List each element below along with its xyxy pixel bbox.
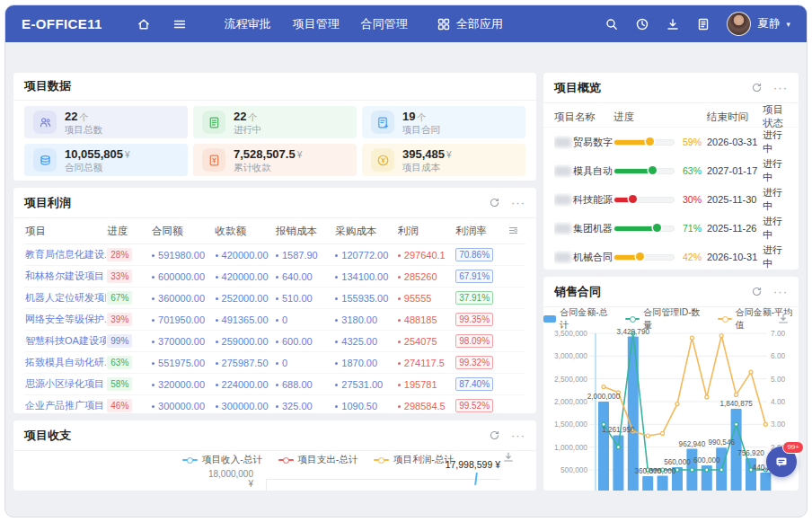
progress-percent: 71% [680, 223, 702, 234]
project-link[interactable]: 智慧科技OA建设项目 [25, 335, 106, 346]
sales-chart[interactable]: 3,500,0007.003,000,0006.002,500,0005.002… [543, 327, 799, 491]
progress-knob [653, 224, 661, 232]
nav-item-contracts[interactable]: 合同管理 [361, 16, 408, 32]
more-icon[interactable]: ··· [773, 288, 788, 296]
project-link[interactable]: 拓致模具自动化研... [25, 357, 106, 367]
cell-progress: 58% [106, 374, 151, 395]
clock-icon[interactable] [635, 17, 649, 31]
value: 298584.5 [398, 401, 446, 411]
project-link[interactable]: 企业产品推广项目 [25, 400, 104, 411]
progress-badge: 33% [107, 270, 132, 283]
chat-fab-button[interactable]: 99+ [766, 447, 797, 477]
right-column: 项目概览 ··· 项目名称 进度 结束时间 项目状态 贸易数字...59%202… [543, 73, 799, 491]
refresh-icon[interactable] [489, 197, 500, 208]
stat-card[interactable]: 10,055,805¥合同总额 [24, 144, 188, 176]
search-icon[interactable] [605, 17, 619, 31]
cell-empty [507, 395, 525, 414]
cell-reimburse: 0 [275, 352, 334, 374]
stat-value: 10,055,805¥ [65, 147, 130, 162]
cell-progress: 28% [106, 244, 151, 266]
svg-text:3,000,000: 3,000,000 [554, 351, 587, 360]
svg-text:1,261,950: 1,261,950 [602, 426, 635, 434]
col-received: 收款额 [215, 218, 275, 244]
document-yen-icon [202, 148, 225, 172]
panel-header-actions: ··· [751, 286, 788, 297]
rate-badge: 37.91% [455, 291, 493, 305]
svg-text:4.00: 4.00 [771, 397, 786, 406]
value: 285260 [398, 271, 437, 282]
legend-income[interactable]: 项目收入-总计 [182, 454, 262, 466]
value: 600.00 [276, 336, 313, 347]
project-name[interactable]: 科技能源... [554, 193, 613, 207]
value: 591980.00 [152, 250, 205, 261]
chevron-down-icon: ▾ [786, 20, 790, 29]
legend-marker [278, 459, 294, 461]
col-reimburse: 报销成本 [275, 218, 334, 244]
project-name[interactable]: 贸易数字... [554, 136, 613, 149]
project-name[interactable]: 模具自动... [554, 164, 613, 178]
refresh-icon[interactable] [751, 82, 763, 93]
balance-chart[interactable]: 项目收入-总计 项目支出-总计 项目利润-总计 [13, 451, 536, 491]
col-progress: 进度 [106, 218, 151, 244]
value: 300000.00 [216, 401, 269, 411]
legend-marker [182, 459, 198, 461]
project-link[interactable]: 和林格尔建设项目 [25, 270, 104, 281]
project-link[interactable]: 教育局信息化建设... [25, 249, 106, 260]
chart-download-icon[interactable] [502, 451, 515, 467]
home-icon[interactable] [137, 17, 151, 31]
cell-received: 491365.00 [215, 309, 275, 331]
table-row: 教育局信息化建设...28%591980.00420000.001587.901… [24, 244, 525, 266]
unread-badge: 99+ [782, 441, 804, 454]
rate-badge: 87.40% [455, 377, 493, 391]
more-icon[interactable]: ··· [511, 431, 525, 440]
user-menu[interactable]: 夏静 ▾ [727, 12, 790, 36]
refresh-icon[interactable] [489, 429, 500, 441]
sales-legend: 合同金额-总计 合同管理ID-数量 合同金额-平均值 [543, 311, 799, 327]
progress-cell: 59% [613, 137, 707, 147]
value: 95555 [398, 293, 432, 304]
cell-received: 420000.00 [215, 244, 275, 266]
value: 300000.00 [152, 401, 205, 411]
redacted-text [554, 195, 571, 205]
top-navbar: E-OFFICE11 流程审批 项目管理 合同管理 全部应用 [5, 5, 807, 42]
stat-card[interactable]: 395,485¥项目成本 [362, 144, 525, 176]
progress-knob [649, 166, 657, 174]
project-name[interactable]: 集团机器... [554, 222, 613, 235]
legend-marker [718, 318, 732, 320]
refresh-icon[interactable] [751, 286, 763, 297]
progress-percent: 59% [680, 137, 702, 147]
nav-item-workflow[interactable]: 流程审批 [225, 16, 271, 32]
progress-percent: 42% [680, 252, 702, 262]
download-icon[interactable] [666, 17, 680, 31]
more-icon[interactable]: ··· [773, 84, 788, 93]
legend-expense[interactable]: 项目支出-总计 [278, 454, 358, 466]
project-name[interactable]: 机械合同... [554, 251, 613, 264]
all-apps-button[interactable]: 全部应用 [437, 16, 503, 32]
cell-rate: 98.09% [455, 331, 507, 352]
project-link[interactable]: 思源小区绿化项目 [25, 378, 104, 389]
legend-profit[interactable]: 项目利润-总计 [374, 454, 454, 466]
column-settings-icon[interactable] [507, 218, 525, 244]
value: 1090.50 [335, 401, 377, 411]
cell-rate: 99.32% [455, 352, 507, 374]
notes-icon[interactable] [696, 17, 710, 31]
more-icon[interactable]: ··· [511, 199, 525, 208]
stat-label: 合同总额 [65, 162, 130, 173]
table-row: 模具自动...63%2027-01-17进行中 [543, 156, 799, 185]
stat-label: 项目合同 [402, 124, 440, 136]
stat-card[interactable]: 7,528,507.5¥累计收款 [193, 144, 357, 176]
cell-contract: 360000.00 [151, 288, 215, 309]
panel-title: 项目收支 [24, 428, 71, 444]
stat-card[interactable]: 22个项目总数 [24, 106, 188, 138]
menu-icon[interactable] [172, 17, 187, 31]
app-logo[interactable]: E-OFFICE11 [22, 16, 102, 31]
stat-card[interactable]: 22个进行中 [193, 106, 357, 138]
gridline [266, 479, 500, 480]
table-row: 机器人定位研发项目67%360000.00252000.00510.001559… [24, 288, 525, 309]
svg-text:5.00: 5.00 [771, 375, 786, 384]
project-link[interactable]: 网络安全等级保护... [25, 314, 106, 324]
project-link[interactable]: 机器人定位研发项目 [25, 292, 106, 303]
nav-item-projects[interactable]: 项目管理 [293, 16, 340, 32]
stat-card[interactable]: 19个项目合同 [362, 106, 525, 138]
cell-purchase: 3180.00 [334, 309, 396, 331]
